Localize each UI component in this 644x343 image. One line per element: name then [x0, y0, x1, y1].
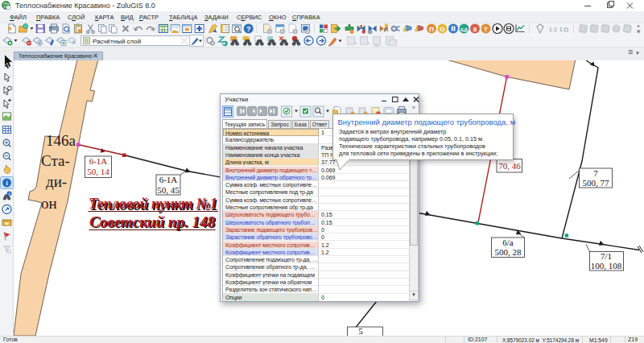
svg-text:146а: 146а	[46, 132, 76, 149]
svg-text:6-1А: 6-1А	[89, 156, 108, 166]
svg-text:П: П	[429, 26, 434, 33]
svg-text:он: он	[41, 195, 57, 212]
svg-text:6-1А: 6-1А	[159, 175, 178, 184]
svg-text:500, 28: 500, 28	[495, 247, 522, 257]
svg-text:Ста-: Ста-	[41, 152, 70, 169]
svg-text:?: ?	[246, 25, 251, 33]
svg-text:8: 8	[473, 26, 477, 33]
svg-text:50, 45: 50, 45	[157, 185, 180, 195]
svg-text:Расчётный слой: Расчётный слой	[93, 38, 141, 45]
svg-text:ди-: ди-	[46, 173, 67, 190]
svg-text:5: 5	[358, 326, 363, 336]
svg-text:100, 108: 100, 108	[591, 261, 622, 271]
svg-text:Советский пр. 148: Советский пр. 148	[89, 213, 216, 230]
svg-text:Тепловой пункт №1: Тепловой пункт №1	[89, 195, 217, 212]
svg-text:1:1: 1:1	[549, 26, 557, 33]
svg-text:1:: 1:	[559, 26, 564, 33]
svg-text:»: »	[412, 105, 415, 110]
svg-text:О: О	[440, 26, 444, 33]
svg-text:50, 14: 50, 14	[87, 167, 109, 176]
svg-text:7/1: 7/1	[601, 251, 612, 261]
svg-text:70, 46: 70, 46	[498, 161, 521, 171]
svg-text:6/а: 6/а	[502, 238, 514, 247]
svg-text:7: 7	[593, 168, 598, 178]
svg-text:⋇: ⋇	[636, 28, 640, 34]
svg-text:500, 77: 500, 77	[583, 178, 610, 188]
svg-text:БД: БД	[460, 27, 468, 32]
svg-text:Т: Т	[484, 26, 488, 33]
